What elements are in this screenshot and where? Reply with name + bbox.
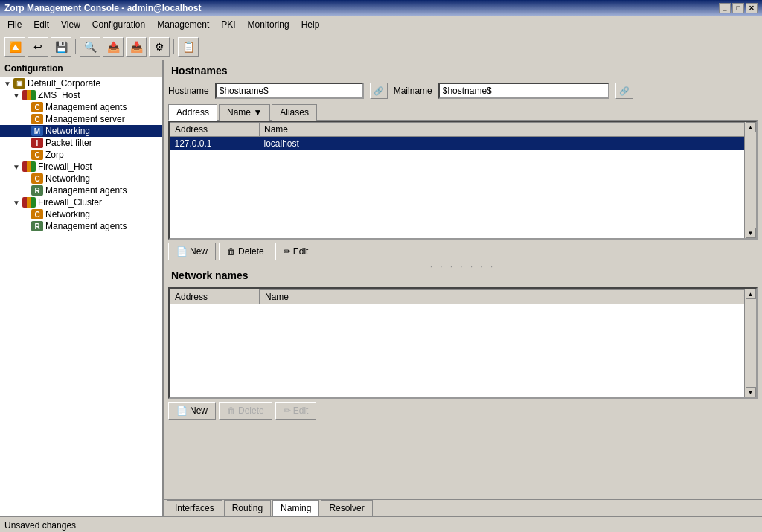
- mailname-input[interactable]: [438, 83, 609, 99]
- section-divider: · · · · · · ·: [168, 263, 758, 269]
- sidebar-item-fw-networking[interactable]: ▶ C Networking: [0, 173, 162, 185]
- green-icon-fc-mgmt: R: [31, 221, 43, 231]
- menu-management[interactable]: Management: [153, 18, 214, 31]
- network-names-title: Network names: [168, 269, 758, 281]
- orange-icon-1: C: [31, 102, 43, 112]
- sidebar-item-firewall-host[interactable]: ▼ Firewall_Host: [0, 161, 162, 173]
- nn-scrollbar[interactable]: ▲ ▼: [744, 289, 756, 397]
- network-names-panel: Network names Address Name ▼: [168, 269, 758, 423]
- network-names-action-bar: 📄 New 🗑 Delete ✏ Edit: [168, 399, 758, 423]
- toolbar-settings-btn[interactable]: ⚙: [149, 37, 170, 57]
- menu-monitoring[interactable]: Monitoring: [243, 18, 294, 31]
- maximize-button[interactable]: □: [732, 3, 744, 13]
- sidebar-item-networking[interactable]: ▶ M Networking: [0, 125, 162, 137]
- sidebar-item-firewall-cluster[interactable]: ▼ Firewall_Cluster: [0, 196, 162, 208]
- nn-new-btn[interactable]: 📄 New: [168, 402, 216, 420]
- table-row[interactable]: 127.0.0.1 localhost: [170, 137, 756, 151]
- close-button[interactable]: ✕: [746, 3, 758, 13]
- tab-aliases[interactable]: Aliases: [272, 104, 317, 121]
- bottom-tab-bar: Interfaces Routing Naming Resolver: [164, 499, 762, 516]
- toolbar-sep-2: [173, 39, 174, 54]
- title-bar: Zorp Management Console - admin@localhos…: [0, 0, 762, 16]
- orange-icon-zorp: C: [31, 150, 43, 160]
- new-icon: 📄: [176, 246, 188, 257]
- hostnames-title: Hostnames: [168, 65, 758, 77]
- sidebar-item-fc-networking[interactable]: ▶ C Networking: [0, 208, 162, 220]
- nn-scroll-down-btn[interactable]: ▼: [746, 387, 756, 397]
- sidebar-item-zms-host[interactable]: ▼ ZMS_Host: [0, 89, 162, 101]
- toolbar-search-btn[interactable]: 🔍: [80, 37, 100, 57]
- sidebar-label-packet-filter: Packet filter: [45, 138, 92, 148]
- scroll-up-btn[interactable]: ▲: [746, 122, 756, 132]
- sidebar-item-mgmt-agents[interactable]: ▶ C Management agents: [0, 101, 162, 113]
- hostname-label: Hostname: [168, 86, 209, 96]
- scrollbar[interactable]: ▲ ▼: [744, 122, 756, 238]
- title-text: Zorp Management Console - admin@localhos…: [4, 3, 201, 13]
- hostnames-action-bar: 📄 New 🗑 Delete ✏ Edit: [168, 240, 758, 263]
- tab-routing[interactable]: Routing: [224, 500, 271, 516]
- toolbar-import-btn[interactable]: 📥: [126, 37, 147, 57]
- sidebar-item-mgmt-server[interactable]: ▶ C Management server: [0, 113, 162, 125]
- tab-interfaces[interactable]: Interfaces: [167, 500, 222, 516]
- sidebar-item-fw-mgmt-agents[interactable]: ▶ R Management agents: [0, 185, 162, 196]
- hostnames-table: Address Name 127.0.0.1 localhost: [170, 122, 756, 150]
- sidebar-label-fw-networking: Networking: [45, 173, 90, 184]
- hostnames-table-container[interactable]: Address Name 127.0.0.1 localhost: [168, 121, 758, 240]
- sidebar-item-fc-mgmt-agents[interactable]: ▶ R Management agents: [0, 220, 162, 232]
- expand-icon-default-corp: ▼: [3, 79, 12, 88]
- hostname-link-btn[interactable]: 🔗: [370, 83, 388, 99]
- orange-icon-fw-net: C: [31, 173, 43, 184]
- content-area: Hostnames Hostname 🔗 Mailname 🔗 Address …: [164, 60, 762, 516]
- menu-file[interactable]: File: [3, 18, 26, 31]
- hostnames-edit-btn[interactable]: ✏ Edit: [275, 243, 317, 260]
- toolbar: 🔼 ↩ 💾 🔍 📤 📥 ⚙ 📋: [0, 33, 762, 60]
- hostnames-delete-btn[interactable]: 🗑 Delete: [219, 243, 272, 260]
- sidebar-item-default-corp[interactable]: ▼ ▣ Default_Corporate: [0, 77, 162, 89]
- multi-icon-fc: [22, 197, 36, 208]
- delete-icon: 🗑: [227, 246, 236, 257]
- nn-scroll-up-btn[interactable]: ▲: [746, 289, 756, 299]
- tab-address[interactable]: Address: [168, 104, 217, 121]
- orange-icon-fc-net: C: [31, 209, 43, 219]
- scroll-down-btn[interactable]: ▼: [746, 228, 756, 238]
- minimize-button[interactable]: _: [719, 3, 731, 13]
- nn-delete-btn[interactable]: 🗑 Delete: [219, 402, 272, 420]
- folder-icon: ▣: [13, 78, 25, 89]
- toolbar-clipboard-btn[interactable]: 📋: [178, 37, 199, 57]
- menu-pki[interactable]: PKI: [217, 18, 240, 31]
- multi-icon-fw: [22, 161, 36, 172]
- toolbar-export-btn[interactable]: 📤: [103, 37, 124, 57]
- toolbar-up-btn[interactable]: 🔼: [4, 37, 25, 57]
- network-names-table-container[interactable]: Address Name ▼ ▲ ▼: [168, 287, 758, 399]
- orange-icon-2: C: [31, 114, 43, 124]
- menu-edit[interactable]: Edit: [29, 18, 54, 31]
- menu-configuration[interactable]: Configuration: [88, 18, 150, 31]
- sidebar-label-zorp: Zorp: [45, 150, 64, 160]
- menu-view[interactable]: View: [57, 18, 85, 31]
- hostnames-new-btn[interactable]: 📄 New: [168, 243, 216, 260]
- toolbar-back-btn[interactable]: ↩: [28, 37, 48, 57]
- menu-help[interactable]: Help: [297, 18, 324, 31]
- sidebar-label-zms-host: ZMS_Host: [38, 90, 80, 100]
- sidebar-item-packet-filter[interactable]: ▶ I Packet filter: [0, 137, 162, 149]
- tab-resolver[interactable]: Resolver: [321, 500, 372, 516]
- sidebar-label-mgmt-server: Management server: [45, 114, 125, 124]
- nn-new-icon: 📄: [176, 406, 188, 416]
- sidebar-label-firewall-cluster: Firewall_Cluster: [38, 197, 102, 208]
- window-controls[interactable]: _ □ ✕: [719, 3, 758, 13]
- nn-edit-btn[interactable]: ✏ Edit: [275, 402, 317, 420]
- red-icon-packet: I: [31, 138, 43, 148]
- mailname-label: Mailname: [394, 86, 432, 96]
- hostname-form-row: Hostname 🔗 Mailname 🔗: [168, 83, 758, 99]
- tab-naming[interactable]: Naming: [272, 500, 319, 516]
- expand-icon-fw-host: ▼: [12, 162, 21, 171]
- toolbar-save-btn[interactable]: 💾: [51, 37, 71, 57]
- green-icon-fw-mgmt: R: [31, 185, 43, 196]
- nn-col-name: Name ▼: [260, 289, 756, 304]
- mailname-link-btn[interactable]: 🔗: [615, 83, 633, 99]
- hostname-input[interactable]: [215, 83, 364, 99]
- sidebar-label-fc-networking: Networking: [45, 209, 90, 219]
- sidebar-item-zorp[interactable]: ▶ C Zorp: [0, 149, 162, 161]
- status-bar: Unsaved changes: [0, 516, 762, 532]
- tab-name[interactable]: Name ▼: [219, 104, 270, 121]
